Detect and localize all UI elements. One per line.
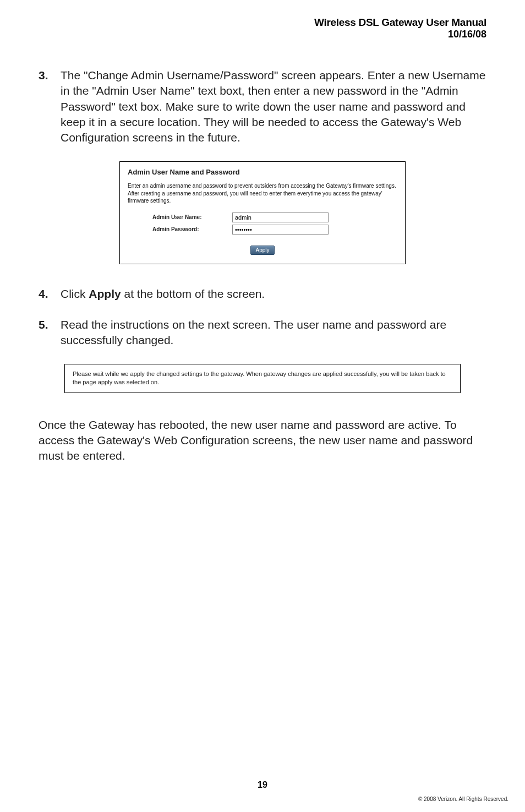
closing-paragraph: Once the Gateway has rebooted, the new u… — [39, 417, 486, 464]
copyright-notice: © 2008 Verizon. All Rights Reserved. — [418, 796, 508, 802]
header-title: Wireless DSL Gateway User Manual — [39, 17, 486, 29]
step4-suffix: at the bottom of the screen. — [121, 287, 265, 300]
step-number: 4. — [39, 286, 61, 302]
header-date: 10/16/08 — [39, 29, 486, 40]
dialog-title: Admin User Name and Password — [128, 167, 397, 177]
step-5: 5. Read the instructions on the next scr… — [39, 317, 486, 348]
step-3: 3. The "Change Admin Username/Password" … — [39, 68, 486, 146]
step-text: The "Change Admin Username/Password" scr… — [61, 68, 486, 146]
apply-button[interactable]: Apply — [250, 246, 274, 255]
please-wait-text: Please wait while we apply the changed s… — [73, 370, 452, 387]
step-4: 4. Click Apply at the bottom of the scre… — [39, 286, 486, 302]
step-text: Read the instructions on the next screen… — [61, 317, 486, 348]
step-number: 3. — [39, 68, 61, 146]
username-label: Admin User Name: — [152, 214, 232, 221]
please-wait-dialog: Please wait while we apply the changed s… — [64, 364, 461, 393]
step-text: Click Apply at the bottom of the screen. — [61, 286, 486, 302]
dialog-description: Enter an admin username and password to … — [128, 182, 397, 205]
password-row: Admin Password: — [128, 225, 397, 235]
page-number: 19 — [0, 780, 525, 790]
step4-bold: Apply — [89, 287, 121, 300]
document-header: Wireless DSL Gateway User Manual 10/16/0… — [39, 17, 486, 40]
main-content: 3. The "Change Admin Username/Password" … — [39, 68, 486, 464]
username-row: Admin User Name: — [128, 212, 397, 222]
password-label: Admin Password: — [152, 226, 232, 233]
step-number: 5. — [39, 317, 61, 348]
username-input[interactable] — [232, 212, 329, 222]
step4-prefix: Click — [61, 287, 89, 300]
admin-credentials-dialog: Admin User Name and Password Enter an ad… — [119, 161, 406, 264]
password-input[interactable] — [232, 225, 329, 235]
